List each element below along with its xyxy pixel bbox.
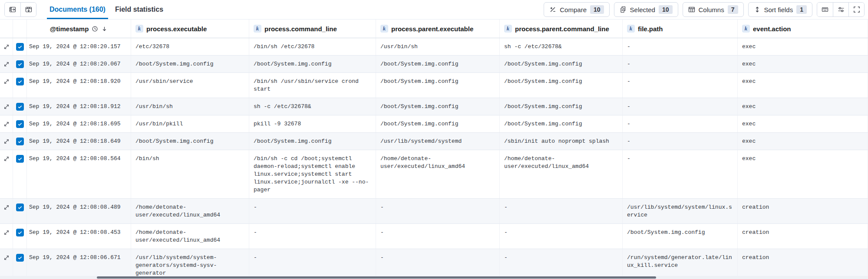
row-checkbox[interactable] [16, 204, 24, 211]
expand-row-button[interactable] [3, 121, 10, 127]
cell-timestamp[interactable]: Sep 19, 2024 @ 12:08:18.695 [27, 115, 131, 132]
cell-event-action[interactable]: creation [738, 249, 868, 279]
cell-process-parent-executable[interactable]: /usr/bin/sh [376, 38, 500, 55]
cell-process-command-line[interactable]: sh -c /etc/32678& [249, 98, 376, 115]
cell-event-action[interactable]: creation [738, 224, 868, 249]
cell-process-command-line[interactable]: /bin/sh -c cd /boot;systemctl daemon-rel… [249, 150, 376, 198]
cell-event-action[interactable]: exec [738, 98, 868, 115]
cell-process-executable[interactable]: /etc/32678 [131, 38, 249, 55]
cell-file-path[interactable]: - [623, 133, 738, 150]
cell-file-path[interactable]: - [623, 98, 738, 115]
cell-process-parent-executable[interactable]: - [376, 249, 500, 279]
cell-timestamp[interactable]: Sep 19, 2024 @ 12:08:06.671 [27, 249, 131, 279]
cell-event-action[interactable]: exec [738, 133, 868, 150]
cell-process-parent-executable[interactable]: /usr/lib/systemd/systemd [376, 133, 500, 150]
cell-file-path[interactable]: - [623, 73, 738, 98]
cell-process-parent-executable[interactable]: /boot/System.img.config [376, 98, 500, 115]
row-checkbox[interactable] [16, 43, 24, 51]
cell-event-action[interactable]: creation [738, 199, 868, 223]
tab-field-statistics[interactable]: Field statistics [112, 0, 166, 19]
cell-process-command-line[interactable]: - [249, 199, 376, 223]
cell-process-executable[interactable]: /usr/lib/systemd/system-generators/syste… [131, 249, 249, 279]
cell-timestamp[interactable]: Sep 19, 2024 @ 12:08:20.067 [27, 56, 131, 72]
cell-process-parent-command-line[interactable]: /boot/System.img.config [500, 56, 623, 72]
row-checkbox[interactable] [16, 254, 24, 262]
cell-process-executable[interactable]: /boot/System.img.config [131, 133, 249, 150]
display-options-button[interactable] [833, 3, 848, 16]
expand-row-button[interactable] [3, 255, 10, 261]
cell-timestamp[interactable]: Sep 19, 2024 @ 12:08:18.920 [27, 73, 131, 98]
cell-event-action[interactable]: exec [738, 115, 868, 132]
cell-process-parent-executable[interactable]: /home/detonate-user/executed/linux_amd64 [376, 150, 500, 198]
cell-process-executable[interactable]: /bin/sh [131, 150, 249, 198]
cell-timestamp[interactable]: Sep 19, 2024 @ 12:08:08.489 [27, 199, 131, 223]
cell-timestamp[interactable]: Sep 19, 2024 @ 12:08:08.564 [27, 150, 131, 198]
fullscreen-button[interactable] [848, 3, 864, 16]
column-header-process-parent-command-line[interactable]: kprocess.parent.command_line [500, 20, 623, 38]
column-header-timestamp[interactable]: @timestamp [27, 20, 131, 38]
cell-process-executable[interactable]: /usr/bin/pkill [131, 115, 249, 132]
cell-process-parent-command-line[interactable]: /boot/System.img.config [500, 115, 623, 132]
expand-row-button[interactable] [3, 44, 10, 50]
row-checkbox[interactable] [16, 120, 24, 128]
cell-process-command-line[interactable]: - [249, 224, 376, 249]
cell-process-command-line[interactable]: /bin/sh /usr/sbin/service crond start [249, 73, 376, 98]
cell-process-parent-command-line[interactable]: - [500, 224, 623, 249]
cell-process-executable[interactable]: /usr/sbin/service [131, 73, 249, 98]
cell-process-parent-executable[interactable]: /boot/System.img.config [376, 115, 500, 132]
toggle-histogram-button[interactable] [20, 3, 36, 16]
horizontal-scrollbar-thumb[interactable] [97, 276, 656, 279]
cell-process-parent-command-line[interactable]: /home/detonate-user/executed/linux_amd64 [500, 150, 623, 198]
cell-process-command-line[interactable]: pkill -9 32678 [249, 115, 376, 132]
cell-process-executable[interactable]: /home/detonate-user/executed/linux_amd64 [131, 199, 249, 223]
cell-timestamp[interactable]: Sep 19, 2024 @ 12:08:18.912 [27, 98, 131, 115]
cell-file-path[interactable]: - [623, 56, 738, 72]
cell-event-action[interactable]: exec [738, 56, 868, 72]
expand-row-button[interactable] [3, 230, 10, 236]
cell-process-parent-executable[interactable]: /boot/System.img.config [376, 56, 500, 72]
cell-file-path[interactable]: /run/systemd/generator.late/linux_kill.s… [623, 249, 738, 279]
row-checkbox[interactable] [16, 60, 24, 68]
cell-event-action[interactable]: exec [738, 38, 868, 55]
cell-process-parent-command-line[interactable]: /boot/System.img.config [500, 98, 623, 115]
row-checkbox[interactable] [16, 229, 24, 236]
tab-documents[interactable]: Documents (160) [47, 0, 108, 19]
expand-row-button[interactable] [3, 104, 10, 110]
column-header-file-path[interactable]: kfile.path [623, 20, 738, 38]
columns-button[interactable]: Columns 7 [683, 2, 744, 17]
expand-row-button[interactable] [3, 61, 10, 67]
cell-process-parent-executable[interactable]: /boot/System.img.config [376, 73, 500, 98]
sort-fields-button[interactable]: Sort fields 1 [748, 2, 813, 17]
cell-event-action[interactable]: exec [738, 73, 868, 98]
cell-process-parent-executable[interactable]: - [376, 224, 500, 249]
cell-timestamp[interactable]: Sep 19, 2024 @ 12:08:18.649 [27, 133, 131, 150]
column-header-process-executable[interactable]: kprocess.executable [131, 20, 249, 38]
expand-row-button[interactable] [3, 79, 10, 85]
cell-file-path[interactable]: - [623, 150, 738, 198]
cell-process-command-line[interactable]: /boot/System.img.config [249, 56, 376, 72]
horizontal-scrollbar-track[interactable] [0, 276, 868, 279]
cell-process-command-line[interactable]: /bin/sh /etc/32678 [249, 38, 376, 55]
expand-row-button[interactable] [3, 156, 10, 162]
cell-process-parent-command-line[interactable]: /sbin/init auto noprompt splash [500, 133, 623, 150]
row-checkbox[interactable] [16, 78, 24, 85]
cell-process-executable[interactable]: /usr/bin/sh [131, 98, 249, 115]
column-header-event-action[interactable]: kevent.action [738, 20, 868, 38]
row-checkbox[interactable] [16, 138, 24, 145]
cell-process-executable[interactable]: /boot/System.img.config [131, 56, 249, 72]
cell-process-parent-command-line[interactable]: - [500, 249, 623, 279]
cell-process-command-line[interactable]: /boot/System.img.config [249, 133, 376, 150]
cell-file-path[interactable]: /usr/lib/systemd/system/linux.service [623, 199, 738, 223]
cell-timestamp[interactable]: Sep 19, 2024 @ 12:08:08.453 [27, 224, 131, 249]
compare-button[interactable]: Compare 10 [544, 2, 609, 17]
cell-file-path[interactable]: /boot/System.img.config [623, 224, 738, 249]
expand-row-button[interactable] [3, 204, 10, 210]
row-checkbox[interactable] [16, 155, 24, 163]
cell-timestamp[interactable]: Sep 19, 2024 @ 12:08:20.157 [27, 38, 131, 55]
cell-process-executable[interactable]: /home/detonate-user/executed/linux_amd64 [131, 224, 249, 249]
cell-process-parent-command-line[interactable]: - [500, 199, 623, 223]
sort-descending-icon[interactable] [101, 26, 108, 32]
selected-button[interactable]: Selected 10 [614, 2, 678, 17]
cell-process-parent-executable[interactable]: - [376, 199, 500, 223]
row-checkbox[interactable] [16, 103, 24, 111]
